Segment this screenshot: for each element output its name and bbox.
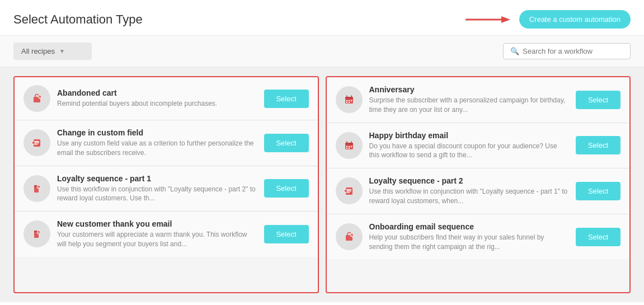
item-content: Loyalty sequence - part 1Use this workfl… xyxy=(57,174,257,204)
right-panel: AnniversarySurprise the subscriber with … xyxy=(326,76,631,293)
svg-rect-45 xyxy=(347,189,351,190)
select-button-onboarding-email[interactable]: Select xyxy=(576,228,621,246)
svg-rect-39 xyxy=(349,146,350,147)
item-content: Happy birthday emailDo you have a specia… xyxy=(369,131,570,161)
select-button-loyalty-sequence-2[interactable]: Select xyxy=(576,182,621,200)
select-button-loyalty-sequence-1[interactable]: Select xyxy=(264,179,309,198)
item-title: Loyalty sequence - part 2 xyxy=(369,176,570,185)
arrow-icon xyxy=(466,13,510,26)
svg-text:+: + xyxy=(38,231,40,234)
item-description: Your customers will appreciate a warm th… xyxy=(57,230,257,249)
create-custom-automation-button[interactable]: Create a custom automation xyxy=(519,10,631,29)
item-content: AnniversarySurprise the subscriber with … xyxy=(369,85,570,115)
item-content: Abandoned cartRemind potential buyers ab… xyxy=(57,88,257,109)
svg-text:+: + xyxy=(38,185,40,188)
page-title: Select Automation Type xyxy=(13,12,143,27)
header-actions: Create a custom automation xyxy=(466,10,631,29)
item-description: Use any custom field value as a criterio… xyxy=(57,139,257,158)
main-content: + Abandoned cartRemind potential buyers … xyxy=(0,67,644,302)
list-item: Happy birthday emailDo you have a specia… xyxy=(327,123,630,169)
svg-rect-28 xyxy=(346,100,347,101)
list-item: + Loyalty sequence - part 1Use this work… xyxy=(15,166,318,212)
bag-icon: + xyxy=(23,85,50,112)
item-title: Onboarding email sequence xyxy=(369,222,570,231)
item-title: Abandoned cart xyxy=(57,88,257,97)
svg-rect-41 xyxy=(346,148,347,149)
recipes-dropdown-label: All recipes xyxy=(21,47,55,55)
svg-rect-29 xyxy=(349,100,350,101)
item-title: Loyalty sequence - part 1 xyxy=(57,174,257,183)
form-icon: ··· xyxy=(336,177,363,204)
item-title: Happy birthday email xyxy=(369,131,570,140)
svg-text:···: ··· xyxy=(32,141,35,144)
item-description: Do you have a special discount coupon fo… xyxy=(369,142,570,161)
svg-rect-40 xyxy=(351,146,352,147)
svg-rect-35 xyxy=(345,143,353,145)
svg-rect-10 xyxy=(35,144,37,145)
svg-rect-25 xyxy=(345,97,353,99)
item-content: Loyalty sequence - part 2Use this workfl… xyxy=(369,176,570,206)
recipes-dropdown[interactable]: All recipes ▼ xyxy=(13,43,92,60)
item-description: Remind potential buyers about incomplete… xyxy=(57,99,257,109)
svg-rect-31 xyxy=(346,102,347,103)
svg-rect-38 xyxy=(346,146,347,147)
item-content: Onboarding email sequenceHelp your subsc… xyxy=(369,222,570,252)
svg-text:+: + xyxy=(351,233,352,237)
item-title: Change in custom field xyxy=(57,128,257,137)
item-title: Anniversary xyxy=(369,85,570,94)
item-description: Help your subscribers find their way in … xyxy=(369,233,570,252)
left-panel: + Abandoned cartRemind potential buyers … xyxy=(13,76,319,293)
svg-rect-42 xyxy=(349,148,350,149)
bag-icon: + xyxy=(336,223,363,250)
list-item: ··· Loyalty sequence - part 2Use this wo… xyxy=(327,168,630,214)
search-icon: 🔍 xyxy=(510,47,519,55)
svg-text:···: ··· xyxy=(344,189,346,193)
chevron-down-icon: ▼ xyxy=(59,48,65,54)
select-button-abandoned-cart[interactable]: Select xyxy=(264,90,309,108)
tag-icon: + xyxy=(23,220,50,247)
svg-marker-1 xyxy=(501,16,510,23)
list-item: + New customer thank you emailYour custo… xyxy=(15,212,318,257)
arrow-indicator xyxy=(466,13,513,26)
svg-rect-32 xyxy=(349,102,350,103)
select-button-happy-birthday[interactable]: Select xyxy=(576,136,621,154)
select-button-change-custom-field[interactable]: Select xyxy=(264,134,309,152)
toolbar: All recipes ▼ 🔍 xyxy=(0,36,644,67)
item-content: New customer thank you emailYour custome… xyxy=(57,219,257,249)
search-input[interactable] xyxy=(523,47,623,55)
item-content: Change in custom fieldUse any custom fie… xyxy=(57,128,257,158)
calendar-icon xyxy=(336,86,363,113)
list-item: ··· Change in custom fieldUse any custom… xyxy=(15,120,318,166)
item-description: Use this workflow in conjunction with "L… xyxy=(57,185,257,204)
select-button-new-customer-thank-you[interactable]: Select xyxy=(264,225,309,243)
item-description: Use this workflow in conjunction with "L… xyxy=(369,187,570,206)
list-item: + Abandoned cartRemind potential buyers … xyxy=(15,77,318,120)
svg-rect-8 xyxy=(35,141,39,142)
tag-icon: + xyxy=(23,175,50,202)
svg-text:+: + xyxy=(39,95,41,98)
select-button-anniversary[interactable]: Select xyxy=(576,91,621,109)
calendar-icon xyxy=(336,132,363,159)
search-box: 🔍 xyxy=(503,43,631,59)
item-title: New customer thank you email xyxy=(57,219,257,228)
header: Select Automation Type Create a custom a… xyxy=(0,0,644,36)
list-item: + Onboarding email sequenceHelp your sub… xyxy=(327,214,630,260)
item-description: Surprise the subscriber with a personali… xyxy=(369,96,570,115)
svg-rect-30 xyxy=(351,100,352,101)
form-icon: ··· xyxy=(23,129,50,156)
list-item: AnniversarySurprise the subscriber with … xyxy=(327,77,630,123)
svg-rect-47 xyxy=(347,192,350,193)
